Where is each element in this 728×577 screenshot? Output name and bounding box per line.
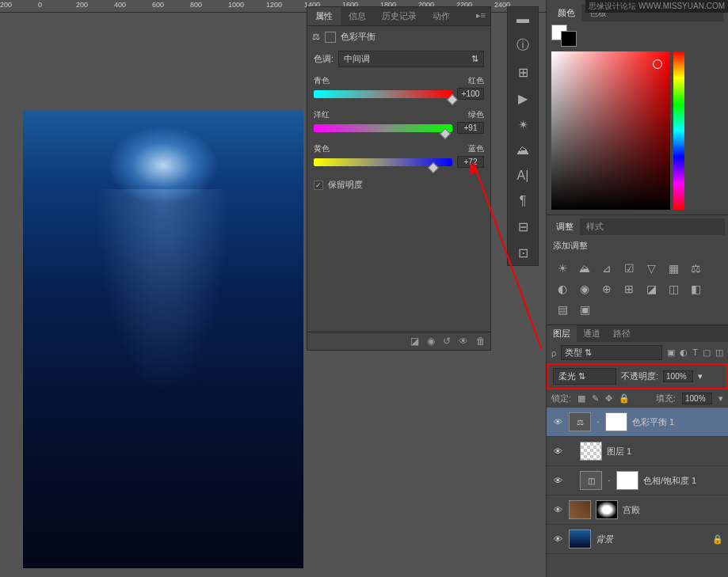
- magenta-green-slider[interactable]: [314, 124, 452, 132]
- fill-chevron-icon[interactable]: ▾: [718, 393, 723, 404]
- info-icon[interactable]: ⓘ: [516, 37, 529, 54]
- pixel-filter-icon[interactable]: ▣: [667, 347, 675, 358]
- cyan-red-value[interactable]: +100: [457, 88, 484, 100]
- tab-info[interactable]: 信息: [341, 7, 374, 25]
- paragraph-icon[interactable]: ¶: [520, 194, 527, 208]
- balance-icon: ⚖: [312, 32, 320, 42]
- layer-item[interactable]: 👁 ⚖ ⬝ 色彩平衡 1: [547, 408, 728, 437]
- layer-mask-thumb[interactable]: [605, 412, 627, 431]
- lookup-icon[interactable]: ⊞: [621, 282, 637, 296]
- blend-mode-dropdown[interactable]: 柔光 ⇅: [553, 368, 616, 385]
- add-adjustment-label: 添加调整: [550, 235, 725, 256]
- mask-icon[interactable]: [325, 32, 336, 43]
- layer-thumb-icon[interactable]: ⚖: [569, 412, 591, 431]
- brightness-icon[interactable]: ☀: [555, 261, 570, 275]
- collapsed-panels: ▬ ⓘ ⊞ ▶ ✴ ⛰ A| ¶ ⊟ ⊡: [507, 6, 539, 266]
- tab-channels[interactable]: 通道: [577, 325, 607, 342]
- selective-color-icon[interactable]: ▣: [577, 302, 593, 317]
- posterize-icon[interactable]: ◫: [665, 282, 681, 296]
- tab-adjustments[interactable]: 调整: [550, 218, 580, 235]
- tab-properties[interactable]: 属性: [307, 7, 341, 25]
- lock-move-icon[interactable]: ✥: [605, 393, 612, 404]
- threshold-icon[interactable]: ◧: [688, 282, 703, 296]
- lock-all-icon[interactable]: 🔒: [619, 393, 630, 404]
- fill-input[interactable]: 100%: [682, 393, 712, 404]
- tab-actions[interactable]: 动作: [425, 7, 458, 25]
- adj-filter-icon[interactable]: ◐: [680, 347, 688, 358]
- layer-mask-thumb[interactable]: [596, 500, 618, 519]
- tone-dropdown[interactable]: 中间调⇅: [338, 51, 484, 67]
- reset-icon[interactable]: ↺: [443, 336, 451, 347]
- lock-paint-icon[interactable]: ✎: [592, 393, 599, 404]
- balance-adj-icon[interactable]: ⚖: [688, 261, 703, 275]
- panel-menu-icon[interactable]: ▸≡: [471, 7, 490, 25]
- cyan-red-slider[interactable]: [314, 90, 452, 98]
- layer-name[interactable]: 宫殿: [623, 504, 640, 516]
- brush-settings-icon[interactable]: ✴: [518, 117, 528, 132]
- tab-color[interactable]: 颜色: [551, 5, 581, 21]
- opacity-input[interactable]: 100%: [663, 370, 693, 382]
- tab-paths[interactable]: 路径: [607, 325, 637, 342]
- layer-item[interactable]: 👁 背景 🔒: [547, 525, 728, 554]
- levels-icon[interactable]: ⛰: [577, 261, 593, 275]
- eye-icon[interactable]: 👁: [551, 476, 564, 485]
- clip-icon[interactable]: ◪: [410, 336, 419, 347]
- preserve-luminosity-checkbox[interactable]: ✓: [314, 180, 323, 190]
- styles-icon[interactable]: ⊡: [518, 245, 528, 260]
- layer-item[interactable]: 👁 宫殿: [547, 495, 728, 525]
- layer-thumb-icon[interactable]: ◫: [580, 471, 602, 490]
- smart-filter-icon[interactable]: ◫: [715, 347, 723, 358]
- layer-name[interactable]: 背景: [596, 533, 613, 545]
- magenta-green-value[interactable]: +91: [457, 122, 484, 134]
- hue-icon[interactable]: ▦: [665, 261, 681, 275]
- layer-thumb[interactable]: [580, 442, 602, 461]
- histogram-icon[interactable]: ▬: [516, 12, 529, 26]
- canvas[interactable]: [23, 110, 303, 568]
- layer-item[interactable]: 👁 图层 1: [547, 437, 728, 466]
- yellow-blue-slider[interactable]: [314, 158, 452, 166]
- slider-left-2: 黄色: [314, 143, 330, 154]
- layer-mask-thumb[interactable]: [616, 471, 638, 490]
- slider-right-2: 蓝色: [468, 143, 484, 154]
- play-icon[interactable]: ▶: [518, 91, 528, 106]
- eye-icon[interactable]: 👁: [551, 534, 564, 544]
- curves-icon[interactable]: ⊿: [599, 261, 615, 275]
- channel-mixer-icon[interactable]: ⊕: [599, 282, 615, 296]
- swatches-icon[interactable]: ⊟: [518, 219, 528, 234]
- eye-icon[interactable]: 👁: [551, 446, 564, 456]
- type-filter-icon[interactable]: T: [692, 347, 698, 358]
- invert-icon[interactable]: ◪: [643, 282, 659, 296]
- exposure-icon[interactable]: ☑: [621, 261, 637, 275]
- opacity-chevron-icon[interactable]: ▾: [698, 371, 703, 382]
- bw-icon[interactable]: ◐: [555, 282, 570, 296]
- tab-layers[interactable]: 图层: [547, 325, 577, 342]
- eye-icon[interactable]: 👁: [551, 417, 564, 427]
- layer-thumb[interactable]: [569, 500, 591, 519]
- layer-name[interactable]: 色彩平衡 1: [632, 416, 674, 428]
- photo-filter-icon[interactable]: ◉: [577, 282, 593, 296]
- properties-panel: 属性 信息 历史记录 动作 ▸≡ ⚖ 色彩平衡 色调: 中间调⇅ 青色红色 +1…: [307, 6, 491, 351]
- brush-icon[interactable]: ⛰: [516, 143, 529, 158]
- gradient-map-icon[interactable]: ▤: [555, 302, 570, 317]
- layer-item[interactable]: 👁 ◫ ⬝ 色相/饱和度 1: [547, 466, 728, 495]
- lock-pixels-icon[interactable]: ▩: [577, 393, 585, 404]
- delete-icon[interactable]: 🗑: [476, 336, 486, 347]
- hue-slider[interactable]: [673, 51, 684, 210]
- layer-name[interactable]: 图层 1: [607, 446, 631, 457]
- navigator-icon[interactable]: ⊞: [518, 65, 528, 80]
- shape-filter-icon[interactable]: ▢: [703, 347, 711, 358]
- tab-styles[interactable]: 样式: [580, 218, 610, 235]
- character-icon[interactable]: A|: [517, 169, 529, 183]
- background-swatch[interactable]: [561, 31, 577, 47]
- eye-icon[interactable]: 👁: [551, 505, 564, 514]
- view-previous-icon[interactable]: ◉: [427, 336, 435, 347]
- vibrance-icon[interactable]: ▽: [643, 261, 659, 275]
- color-field[interactable]: [551, 51, 670, 210]
- visibility-icon[interactable]: 👁: [459, 336, 468, 347]
- layer-filter-dropdown[interactable]: 类型 ⇅: [561, 345, 662, 360]
- tab-history[interactable]: 历史记录: [374, 7, 425, 25]
- lock-indicator-icon: 🔒: [712, 534, 723, 545]
- tone-label: 色调:: [314, 53, 334, 65]
- layer-name[interactable]: 色相/饱和度 1: [643, 475, 696, 487]
- layer-thumb[interactable]: [569, 530, 591, 549]
